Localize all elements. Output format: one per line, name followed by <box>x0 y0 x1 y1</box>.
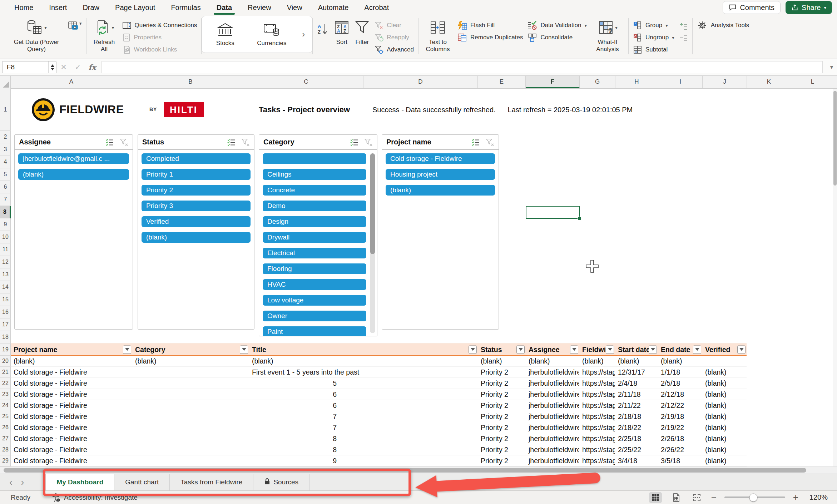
table-cell[interactable]: 6 <box>249 389 478 400</box>
table-cell[interactable]: https://staging. <box>579 444 615 455</box>
menu-tab-automate[interactable]: Automate <box>310 0 357 15</box>
table-cell[interactable]: Cold storage - Fieldwire <box>11 367 132 378</box>
table-cell[interactable]: 2/25/18 <box>615 433 658 444</box>
table-cell[interactable]: 8 <box>249 444 478 455</box>
fill-handle[interactable] <box>578 217 581 220</box>
table-cell[interactable]: 3/4/18 <box>615 455 658 466</box>
slicer-item[interactable]: (blank) <box>386 185 495 196</box>
table-cell[interactable]: 8 <box>249 433 478 444</box>
normal-view-button[interactable] <box>649 492 662 503</box>
row-header-25[interactable]: 25 <box>0 411 11 422</box>
table-header-start-date[interactable]: Start date <box>615 344 658 356</box>
zoom-out-button[interactable]: − <box>711 492 717 503</box>
table-cell[interactable]: 2/11/18 <box>615 389 658 400</box>
table-cell[interactable]: jherbulotfieldwire <box>526 400 579 411</box>
table-cell[interactable]: 2/12/18 <box>658 389 702 400</box>
data-validation-button[interactable]: Data Validation ▾ <box>527 20 587 31</box>
accessibility-status[interactable]: ! Accessibility: Investigate <box>51 493 138 502</box>
table-cell[interactable] <box>702 356 747 367</box>
table-cell[interactable]: Priority 2 <box>478 411 526 422</box>
column-header-k[interactable]: K <box>747 76 791 88</box>
clear-filter-icon[interactable] <box>120 138 128 147</box>
row-header-16[interactable]: 16 <box>0 306 11 318</box>
refresh-all-button[interactable]: ▾ Refresh All <box>91 17 118 53</box>
row-header-13[interactable]: 13 <box>0 268 11 281</box>
table-cell[interactable]: https://staging. <box>579 367 615 378</box>
slicer-item[interactable]: Concrete <box>263 185 366 196</box>
slicer-item[interactable]: (blank) <box>18 169 129 180</box>
table-cell[interactable]: (blank) <box>526 356 579 367</box>
table-cell[interactable]: (blank) <box>702 455 747 466</box>
table-cell[interactable] <box>132 422 249 433</box>
menu-tab-draw[interactable]: Draw <box>75 0 107 15</box>
table-header-project-name[interactable]: Project name <box>11 344 132 356</box>
filter-button[interactable] <box>693 345 701 354</box>
table-cell[interactable]: (blank) <box>702 422 747 433</box>
slicer-scrollbar[interactable] <box>370 153 375 333</box>
page-layout-view-button[interactable] <box>670 492 683 503</box>
row-header-2[interactable]: 2 <box>0 131 11 143</box>
row-header-5[interactable]: 5 <box>0 168 11 181</box>
row-header-9[interactable]: 9 <box>0 218 11 231</box>
zoom-level[interactable]: 120% <box>806 493 828 501</box>
gallery-more-button[interactable]: › <box>302 29 305 39</box>
slicer-item[interactable]: Priority 1 <box>142 169 251 180</box>
menu-tab-view[interactable]: View <box>279 0 310 15</box>
cancel-entry-button[interactable]: ✕ <box>56 63 71 71</box>
clear-filter-button[interactable]: Clear <box>374 20 414 31</box>
table-cell[interactable]: Priority 2 <box>478 444 526 455</box>
row-header-18[interactable]: 18 <box>0 331 11 344</box>
table-cell[interactable]: Cold storage - Fieldwire <box>11 378 132 389</box>
flash-fill-button[interactable]: Flash Fill <box>457 20 523 31</box>
table-cell[interactable]: jherbulotfieldwire <box>526 367 579 378</box>
table-header-verified[interactable]: Verified <box>702 344 747 356</box>
row-header-20[interactable]: 20 <box>0 356 11 367</box>
table-cell[interactable]: 3/5/18 <box>658 455 702 466</box>
table-cell[interactable]: (blank) <box>702 389 747 400</box>
row-header-10[interactable]: 10 <box>0 231 11 243</box>
row-header-23[interactable]: 23 <box>0 389 11 400</box>
slicer-item[interactable]: (blank) <box>142 232 251 243</box>
row-header-8[interactable]: 8 <box>0 206 11 218</box>
table-cell[interactable]: Priority 2 <box>478 367 526 378</box>
horizontal-scrollbar[interactable] <box>0 466 837 474</box>
select-all-corner[interactable] <box>0 76 11 89</box>
properties-button[interactable]: Properties <box>122 32 197 43</box>
slicer-item[interactable]: Demo <box>263 201 366 211</box>
table-cell[interactable]: Cold storage - Fieldwire <box>11 433 132 444</box>
slicer-item[interactable]: Design <box>263 216 366 227</box>
analysis-tools-button[interactable]: Analysis Tools <box>697 20 749 31</box>
show-detail-button[interactable] <box>679 21 688 32</box>
table-cell[interactable]: Priority 2 <box>478 422 526 433</box>
table-cell[interactable]: 5 <box>249 378 478 389</box>
table-cell[interactable]: Priority 2 <box>478 455 526 466</box>
table-cell[interactable]: 2/26/18 <box>658 433 702 444</box>
confirm-entry-button[interactable]: ✓ <box>71 63 85 71</box>
slicer-item[interactable]: Low voltage <box>263 295 366 306</box>
menu-tab-review[interactable]: Review <box>240 0 279 15</box>
table-cell[interactable] <box>132 455 249 466</box>
row-header-1[interactable]: 1 <box>0 89 11 131</box>
row-header-12[interactable]: 12 <box>0 256 11 268</box>
menu-tab-page-layout[interactable]: Page Layout <box>107 0 163 15</box>
table-cell[interactable]: 2/11/22 <box>615 400 658 411</box>
table-cell[interactable]: (blank) <box>615 356 658 367</box>
table-cell[interactable]: 12/31/17 <box>615 367 658 378</box>
group-button[interactable]: Group ▾ <box>633 20 674 31</box>
table-cell[interactable]: https://staging. <box>579 422 615 433</box>
filter-button[interactable] <box>649 345 657 354</box>
row-header-17[interactable]: 17 <box>0 318 11 331</box>
workbook-links-button[interactable]: Workbook Links <box>122 44 197 55</box>
row-header-27[interactable]: 27 <box>0 433 11 444</box>
table-cell[interactable]: (blank) <box>11 356 132 367</box>
column-header-h[interactable]: H <box>615 76 658 88</box>
table-cell[interactable]: (blank) <box>702 367 747 378</box>
column-header-c[interactable]: C <box>249 76 363 88</box>
table-cell[interactable]: jherbulotfieldwire <box>526 455 579 466</box>
sort-az-button[interactable]: A Z <box>317 23 329 36</box>
table-cell[interactable]: (blank) <box>249 356 478 367</box>
row-header-4[interactable]: 4 <box>0 156 11 168</box>
table-cell[interactable] <box>132 433 249 444</box>
table-header-fieldwire-url[interactable]: Fieldwire URL <box>579 344 615 356</box>
zoom-in-button[interactable]: + <box>793 492 798 503</box>
